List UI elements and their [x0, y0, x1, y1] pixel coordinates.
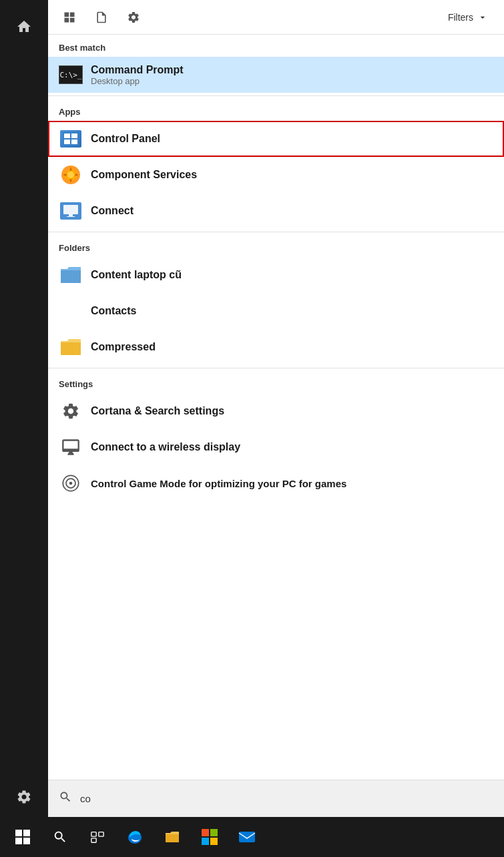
control-panel-title: Control Panel [91, 133, 160, 145]
monitor-icon [59, 435, 83, 459]
best-match-header: Best match [48, 35, 504, 57]
wireless-display-title: Connect to a wireless display [91, 441, 240, 453]
result-contacts[interactable]: Contacts [48, 293, 504, 329]
result-connect[interactable]: Connect [48, 193, 504, 229]
svg-rect-20 [91, 838, 96, 842]
gear-icon-settings [59, 399, 83, 423]
divider-2 [48, 232, 504, 232]
svg-rect-17 [23, 838, 30, 844]
svg-rect-3 [64, 139, 70, 144]
game-mode-title: Control Game Mode for optimizing your PC… [91, 478, 346, 489]
svg-rect-1 [64, 133, 70, 138]
sidebar-item-home[interactable] [0, 7, 48, 47]
svg-rect-26 [239, 832, 255, 842]
filters-button[interactable]: Filters [443, 9, 493, 25]
connect-title: Connect [91, 205, 134, 217]
taskbar-search[interactable] [43, 820, 77, 854]
taskbar-store[interactable] [192, 820, 227, 854]
grid-icon[interactable] [59, 7, 80, 28]
search-input[interactable] [80, 793, 493, 804]
result-content-laptop[interactable]: Content laptop cũ [48, 257, 504, 293]
component-services-icon [59, 163, 83, 187]
sidebar [0, 0, 48, 817]
result-compressed[interactable]: Compressed [48, 329, 504, 365]
search-bar [48, 780, 504, 817]
svg-rect-16 [15, 838, 22, 844]
result-component-services[interactable]: Component Services [48, 157, 504, 193]
game-mode-icon [59, 471, 83, 495]
svg-rect-10 [67, 216, 75, 217]
svg-rect-18 [91, 832, 96, 836]
toolbar: Filters [48, 0, 504, 35]
cortana-settings-title: Cortana & Search settings [91, 405, 224, 417]
divider-3 [48, 368, 504, 368]
content-laptop-title: Content laptop cũ [91, 269, 182, 281]
svg-rect-23 [210, 829, 218, 836]
main-panel: Filters Best match C:\>_ Command Prompt … [48, 0, 504, 817]
taskbar [0, 817, 504, 857]
folder-yellow-icon [59, 335, 83, 359]
filters-label: Filters [448, 12, 473, 23]
svg-point-7 [67, 172, 74, 178]
svg-rect-8 [63, 205, 78, 214]
component-services-title: Component Services [91, 169, 197, 181]
folders-header: Folders [48, 235, 504, 257]
result-game-mode[interactable]: Control Game Mode for optimizing your PC… [48, 465, 504, 501]
control-panel-icon [59, 127, 83, 151]
svg-rect-15 [23, 830, 30, 836]
cmd-title: Command Prompt [91, 64, 184, 76]
taskbar-explorer[interactable] [155, 820, 190, 854]
result-control-panel[interactable]: Control Panel [48, 121, 504, 157]
svg-rect-14 [15, 830, 22, 836]
settings-header: Settings [48, 371, 504, 393]
result-cortana-settings[interactable]: Cortana & Search settings [48, 393, 504, 429]
sidebar-item-settings[interactable] [0, 777, 48, 817]
apps-header: Apps [48, 99, 504, 121]
cmd-icon: C:\>_ [59, 63, 83, 87]
compressed-title: Compressed [91, 341, 156, 353]
taskbar-mail[interactable] [230, 820, 264, 854]
divider-1 [48, 95, 504, 96]
contacts-title: Contacts [91, 305, 136, 317]
folder-blue-icon [59, 263, 83, 287]
settings-icon[interactable] [123, 7, 144, 28]
svg-rect-24 [202, 838, 209, 845]
result-command-prompt[interactable]: C:\>_ Command Prompt Desktop app [48, 57, 504, 93]
svg-rect-25 [210, 838, 218, 845]
document-icon[interactable] [91, 7, 112, 28]
svg-rect-9 [69, 214, 73, 216]
start-button[interactable] [5, 820, 40, 854]
taskbar-taskview[interactable] [80, 820, 115, 854]
taskbar-edge[interactable] [117, 820, 152, 854]
cmd-subtitle: Desktop app [91, 76, 184, 86]
contacts-icon-placeholder [59, 299, 83, 323]
svg-rect-22 [202, 829, 209, 836]
search-icon [59, 790, 72, 807]
svg-point-13 [69, 482, 73, 485]
svg-rect-19 [99, 832, 103, 836]
connect-icon [59, 199, 83, 223]
result-wireless-display[interactable]: Connect to a wireless display [48, 429, 504, 465]
results-panel: Best match C:\>_ Command Prompt Desktop … [48, 35, 504, 780]
svg-rect-4 [71, 139, 77, 144]
svg-rect-2 [71, 133, 77, 138]
